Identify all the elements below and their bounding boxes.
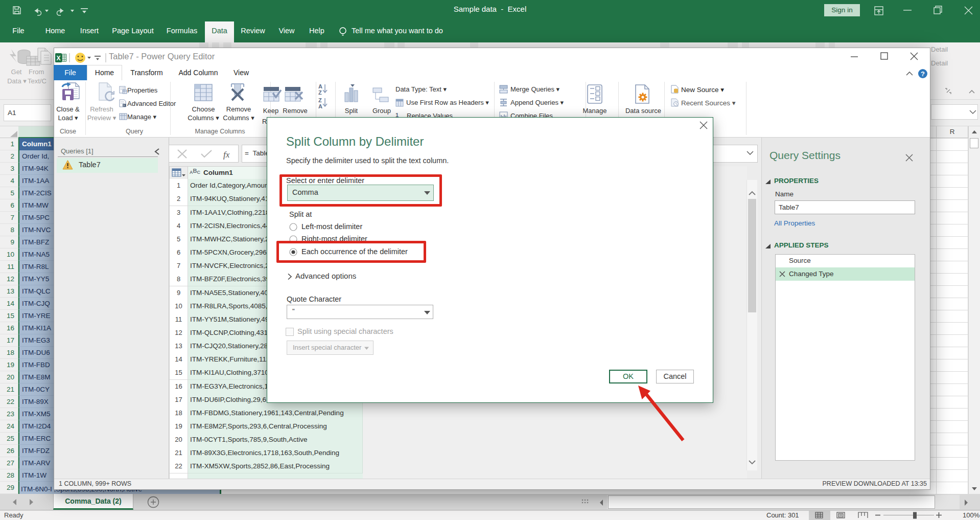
svg-text:fx: fx [223, 150, 230, 160]
svg-text:A: A [318, 103, 322, 109]
svg-text:A: A [318, 83, 322, 89]
svg-text:Z: Z [318, 89, 322, 96]
svg-text:?: ? [921, 70, 925, 78]
svg-text:X: X [56, 55, 60, 62]
svg-text:Z: Z [318, 97, 322, 103]
